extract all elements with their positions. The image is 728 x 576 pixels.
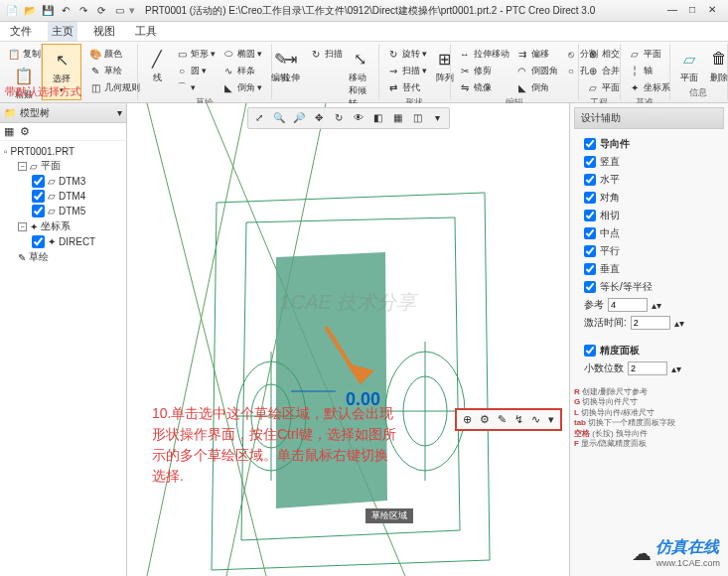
move-button[interactable]: ↔拉伸移动: [457, 46, 510, 62]
view-toolbar: ⤢ 🔍 🔎 ✥ ↻ 👁 ◧ ▦ ◫ ▾: [247, 107, 450, 129]
tree-root[interactable]: ▫PRT0001.PRT: [4, 145, 122, 158]
ellipse-button[interactable]: ⬭椭圆▾: [220, 46, 263, 62]
ctx-tool-6[interactable]: ▾: [548, 413, 554, 426]
cancel-button[interactable]: 🗑删除: [706, 46, 728, 85]
tree-csys-direct[interactable]: ✦DIRECT: [4, 234, 122, 249]
graphics-canvas[interactable]: ⤢ 🔍 🔎 ✥ ↻ 👁 ◧ ▦ ◫ ▾: [127, 103, 569, 576]
csys-button[interactable]: ✦坐标系: [627, 79, 671, 95]
tree-csys[interactable]: −✦坐标系: [4, 218, 122, 234]
trim-button[interactable]: ✂修剪: [457, 63, 510, 78]
extend-button[interactable]: ⇥拉伸: [278, 46, 304, 85]
view-icon[interactable]: 👁: [350, 110, 367, 126]
snap-check-2[interactable]: [584, 192, 596, 204]
pan-icon[interactable]: ✥: [310, 110, 328, 126]
rotate-icon[interactable]: ↻: [330, 110, 348, 126]
plane-button[interactable]: ▱平面: [627, 46, 671, 62]
offset-button[interactable]: ⇉偏移: [514, 46, 559, 62]
tree-dtm3[interactable]: ▱DTM3: [4, 174, 122, 189]
minimize-icon[interactable]: —: [664, 4, 680, 18]
merge-button[interactable]: ⊕合并: [585, 63, 621, 78]
zoom-in-icon[interactable]: 🔍: [270, 110, 288, 126]
ribbon: 📋复制 📋粘贴 剪贴板 ↖选择▾ 🎨颜色 ✎草绘 ◫几何规则 ╱线 ▭矩形▾ ○…: [0, 42, 728, 103]
shortcut-legend: R 创建/删除尺寸参考G 切换导向件尺寸L 切换导向件/标准尺寸tab 切换下一…: [574, 387, 724, 449]
snap-check-4[interactable]: [584, 227, 596, 239]
color-button[interactable]: 🎨颜色: [87, 46, 141, 62]
regen-icon[interactable]: ⟳: [93, 3, 109, 19]
shade-icon[interactable]: ◧: [369, 110, 387, 126]
close-win-icon[interactable]: ▭: [111, 3, 127, 19]
tree-dtm4[interactable]: ▱DTM4: [4, 189, 122, 204]
tree-filter-icon[interactable]: ▦: [4, 125, 14, 138]
line-button[interactable]: ╱线: [144, 46, 170, 85]
close-icon[interactable]: ✕: [704, 4, 720, 18]
menu-tools[interactable]: 工具: [131, 22, 161, 41]
edit-chamfer-button[interactable]: ◣倒角: [514, 79, 559, 95]
arc-button[interactable]: ⌒▾: [174, 79, 217, 95]
snap-check-5[interactable]: [584, 245, 596, 257]
ref-spinner[interactable]: [608, 298, 648, 312]
tree-settings-icon[interactable]: ⚙: [20, 125, 30, 138]
wireframe-icon[interactable]: ▦: [389, 110, 407, 126]
intersect-button[interactable]: ⊗相交: [585, 46, 621, 62]
copy-button[interactable]: 📋复制: [6, 46, 42, 62]
active-spinner[interactable]: [631, 316, 670, 330]
svg-line-1: [147, 103, 246, 576]
menu-file[interactable]: 文件: [6, 22, 36, 41]
close-group-label: 信息: [676, 85, 721, 99]
context-toolbar: ⊕ ⚙ ✎ ↯ ∿ ▾: [455, 408, 562, 431]
rect-button[interactable]: ▭矩形▾: [174, 46, 217, 62]
spline-button[interactable]: ∿样条: [220, 63, 263, 78]
tree-toolbar: ▦ ⚙: [0, 123, 126, 141]
menu-view[interactable]: 视图: [89, 22, 119, 41]
ok-button[interactable]: ▱平面: [676, 46, 702, 85]
zoom-fit-icon[interactable]: ⤢: [250, 110, 268, 126]
quick-access-toolbar: 📄 📂 💾 ↶ ↷ ⟳ ▭ ▾ PRT0001 (活动的) E:\Creo工作目…: [0, 0, 728, 22]
redo-icon[interactable]: ↷: [75, 3, 91, 19]
snap-check-1[interactable]: [584, 174, 596, 186]
replace-button[interactable]: ⇄替代: [385, 79, 428, 95]
maximize-icon[interactable]: □: [684, 4, 700, 18]
ctx-tool-1[interactable]: ⊕: [463, 413, 472, 426]
open-icon[interactable]: 📂: [22, 3, 38, 19]
round-button[interactable]: ◠倒圆角: [514, 63, 559, 78]
side-panel-title: 设计辅助: [574, 107, 724, 129]
undo-icon[interactable]: ↶: [58, 3, 73, 19]
new-icon[interactable]: 📄: [4, 3, 20, 19]
mirror-button[interactable]: ⇋镜像: [457, 79, 510, 95]
sketch-geometry: [127, 103, 569, 576]
save-icon[interactable]: 💾: [40, 3, 56, 19]
snap-check-6[interactable]: [584, 263, 596, 275]
canvas-watermark: 1CAE 技术分享: [280, 288, 417, 315]
hidden-icon[interactable]: ◫: [409, 110, 427, 126]
zoom-out-icon[interactable]: 🔎: [290, 110, 308, 126]
more-view-icon[interactable]: ▾: [429, 110, 447, 126]
shell-button[interactable]: ▱平面: [585, 79, 621, 95]
ctx-tool-5[interactable]: ∿: [531, 413, 540, 426]
sweep-button[interactable]: ↻扫描: [308, 46, 344, 62]
tree-menu-icon[interactable]: ▾: [117, 107, 122, 118]
move-tilt-button[interactable]: ⤡移动和倾转: [348, 46, 373, 111]
snap-check-3[interactable]: [584, 210, 596, 221]
menu-home[interactable]: 主页: [48, 22, 77, 41]
tree-planes[interactable]: −▱平面: [4, 158, 122, 174]
ctx-tool-4[interactable]: ↯: [514, 413, 523, 426]
model-tree-panel: 📁 模型树 ▾ ▦ ⚙ ▫PRT0001.PRT −▱平面 ▱DTM3 ▱DTM…: [0, 103, 127, 576]
ctx-tool-2[interactable]: ⚙: [480, 413, 490, 426]
shape-sweep-button[interactable]: ⇝扫描▾: [385, 63, 428, 78]
circle-button[interactable]: ○圆▾: [174, 63, 217, 78]
chamfer-button[interactable]: ◣倒角▾: [220, 79, 263, 95]
tree-title: 模型树: [20, 106, 50, 120]
decimals-spinner[interactable]: [628, 361, 667, 375]
revolve-button[interactable]: ↻旋转▾: [385, 46, 428, 62]
guide-check[interactable]: [584, 138, 596, 150]
tree-sketch[interactable]: ✎草绘: [4, 249, 122, 265]
axis-button[interactable]: ╎轴: [627, 63, 671, 78]
snap-check-7[interactable]: [584, 281, 596, 293]
ctx-tool-3[interactable]: ✎: [498, 413, 507, 426]
tree-dtm5[interactable]: ▱DTM5: [4, 204, 122, 218]
snap-check-0[interactable]: [584, 156, 596, 168]
region-tag: 草绘区域: [365, 508, 413, 523]
geom-rule-btn[interactable]: ◫几何规则: [87, 79, 141, 95]
sketch-btn[interactable]: ✎草绘: [87, 63, 141, 78]
precision-check[interactable]: [584, 345, 596, 357]
